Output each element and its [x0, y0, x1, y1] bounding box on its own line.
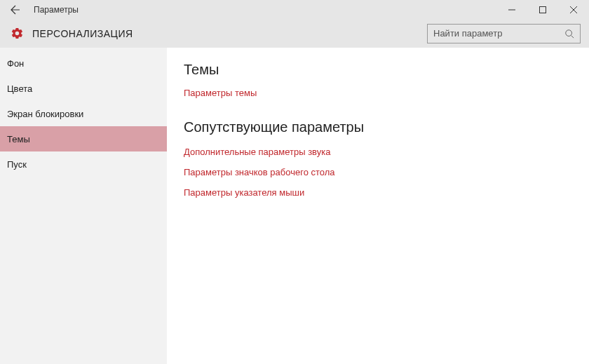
minimize-button[interactable]: [496, 0, 527, 20]
body: Фон Цвета Экран блокировки Темы Пуск Тем…: [0, 48, 589, 364]
header-left: ПЕРСОНАЛИЗАЦИЯ: [10, 27, 133, 41]
search-icon: [564, 29, 574, 39]
search-placeholder: Найти параметр: [433, 28, 502, 39]
maximize-icon: [539, 6, 546, 13]
sidebar-item-background[interactable]: Фон: [0, 50, 167, 76]
gear-icon: [10, 27, 24, 41]
arrow-left-icon: [10, 4, 21, 15]
app-header: ПЕРСОНАЛИЗАЦИЯ Найти параметр: [0, 20, 589, 48]
search-input[interactable]: Найти параметр: [427, 24, 581, 43]
minimize-icon: [508, 6, 515, 13]
svg-point-1: [566, 29, 572, 36]
close-button[interactable]: [558, 0, 589, 20]
maximize-button[interactable]: [527, 0, 558, 20]
sidebar: Фон Цвета Экран блокировки Темы Пуск: [0, 48, 167, 364]
section-heading-themes: Темы: [184, 62, 572, 78]
content-area: Темы Параметры темы Сопутствующие параме…: [167, 48, 589, 364]
section-heading-related: Сопутствующие параметры: [184, 119, 572, 135]
sidebar-item-themes[interactable]: Темы: [0, 126, 167, 151]
link-theme-settings[interactable]: Параметры темы: [184, 88, 572, 98]
link-sound-settings[interactable]: Дополнительные параметры звука: [184, 147, 572, 157]
page-title: ПЕРСОНАЛИЗАЦИЯ: [32, 28, 133, 39]
link-mouse-pointer[interactable]: Параметры указателя мыши: [184, 187, 572, 198]
sidebar-item-start[interactable]: Пуск: [0, 151, 167, 177]
titlebar-left: Параметры: [0, 4, 79, 15]
titlebar: Параметры: [0, 0, 589, 20]
link-desktop-icons[interactable]: Параметры значков рабочего стола: [184, 167, 572, 177]
svg-rect-0: [540, 7, 546, 13]
sidebar-item-lockscreen[interactable]: Экран блокировки: [0, 101, 167, 126]
back-button[interactable]: [10, 4, 21, 15]
sidebar-item-colors[interactable]: Цвета: [0, 76, 167, 101]
window-title: Параметры: [34, 5, 79, 15]
window-controls: [496, 0, 589, 20]
close-icon: [570, 6, 577, 13]
